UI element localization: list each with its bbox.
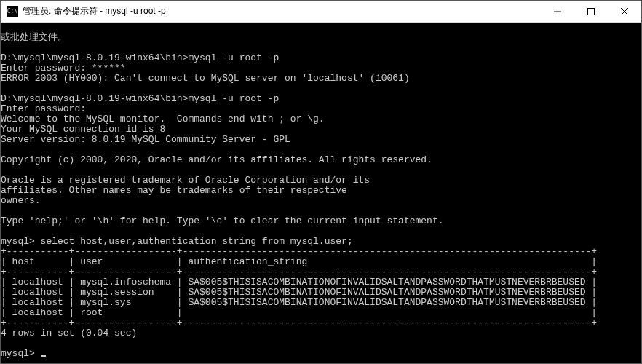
cursor bbox=[41, 355, 46, 357]
output-line: affiliates. Other names may be trademark… bbox=[1, 185, 347, 196]
mysql-prompt: mysql> select host,user,authentication_s… bbox=[1, 236, 353, 247]
output-line: Enter password: bbox=[1, 103, 86, 114]
output-line: Welcome to the MySQL monitor. Commands e… bbox=[1, 114, 325, 124]
table-border: +-----------+------------------+--------… bbox=[1, 246, 597, 257]
output-line: Copyright (c) 2000, 2020, Oracle and/or … bbox=[1, 154, 432, 165]
table-border: +-----------+------------------+--------… bbox=[1, 317, 597, 328]
mysql-prompt-current[interactable]: mysql> bbox=[1, 348, 46, 359]
table-border: +-----------+------------------+--------… bbox=[1, 266, 597, 277]
prompt-text: mysql> bbox=[1, 348, 41, 359]
window-title: 管理员: 命令提示符 - mysql -u root -p bbox=[23, 5, 166, 17]
shell-prompt: D:\mysql\mysql-8.0.19-winx64\bin>mysql -… bbox=[1, 52, 279, 63]
output-line: owners. bbox=[1, 195, 41, 206]
output-line: 或批处理文件。 bbox=[1, 32, 67, 43]
cmd-icon: C:\ bbox=[7, 6, 18, 17]
query-footer: 4 rows in set (0.04 sec) bbox=[1, 328, 137, 339]
table-row: | localhost | mysql.infoschema | $A$005$… bbox=[1, 277, 597, 288]
output-line: Type 'help;' or '\h' for help. Type '\c'… bbox=[1, 215, 444, 226]
output-line: Your MySQL connection id is 8 bbox=[1, 124, 165, 135]
table-row: | localhost | mysql.sys | $A$005$THISISA… bbox=[1, 297, 597, 308]
maximize-button[interactable] bbox=[574, 1, 608, 23]
output-line: Server version: 8.0.19 MySQL Community S… bbox=[1, 134, 290, 145]
output-line: Enter password: ****** bbox=[1, 63, 126, 74]
error-line: ERROR 2003 (HY000): Can't connect to MyS… bbox=[1, 73, 410, 84]
table-row: | localhost | root | | bbox=[1, 307, 597, 318]
close-button[interactable] bbox=[608, 1, 641, 23]
table-row: | localhost | mysql.session | $A$005$THI… bbox=[1, 287, 597, 298]
terminal-output[interactable]: 或批处理文件。 D:\mysql\mysql-8.0.19-winx64\bin… bbox=[1, 23, 641, 363]
table-header: | host | user | authentication_string | bbox=[1, 256, 597, 267]
output-line: Oracle is a registered trademark of Orac… bbox=[1, 175, 370, 186]
svg-rect-0 bbox=[588, 8, 595, 15]
minimize-button[interactable] bbox=[541, 1, 574, 23]
shell-prompt: D:\mysql\mysql-8.0.19-winx64\bin>mysql -… bbox=[1, 93, 279, 104]
window-titlebar: C:\ 管理员: 命令提示符 - mysql -u root -p bbox=[1, 1, 641, 23]
